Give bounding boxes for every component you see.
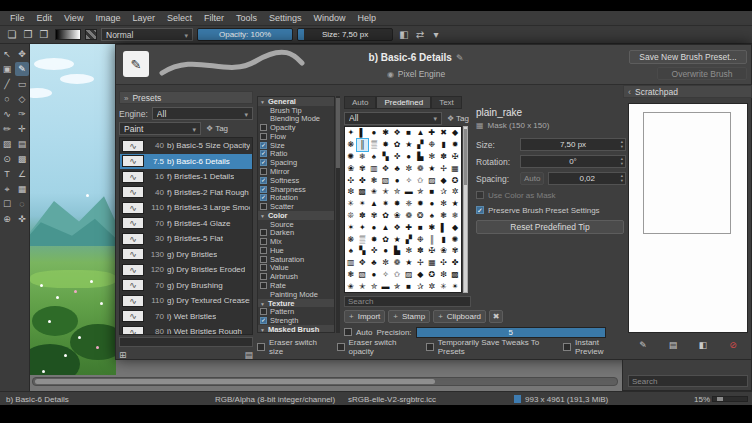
preset-row[interactable]: 40b) Basic-5 Size Opacity	[120, 138, 252, 154]
brush-tip-item[interactable]: ✧	[380, 269, 392, 281]
brush-tip-item[interactable]: ✾	[449, 245, 461, 257]
preset-row[interactable]: 16f) Bristles-1 Details	[120, 169, 252, 185]
preset-row[interactable]: 30f) Bristles-5 Flat	[120, 231, 252, 247]
brush-tip-item[interactable]: ✽	[357, 210, 369, 222]
option-rotation[interactable]: Rotation	[258, 193, 334, 202]
brush-tip-item[interactable]: ║	[357, 139, 369, 151]
scrollbar-thumb[interactable]	[35, 379, 435, 384]
stamp-tip-button[interactable]: Stamp	[388, 310, 430, 323]
tip-filter-dropdown[interactable]: All	[344, 112, 442, 125]
option-checkbox[interactable]	[260, 317, 267, 324]
scratchpad-canvas[interactable]	[628, 103, 748, 333]
brush-tip-item[interactable]: ▚	[380, 151, 392, 163]
option-checkbox[interactable]	[260, 247, 267, 254]
preset-row[interactable]: 70i) Wet Bristles	[120, 309, 252, 325]
spacing-auto-button[interactable]: Auto	[520, 172, 544, 185]
brush-tip-item[interactable]: ✩	[415, 174, 427, 186]
brush-tip-item[interactable]: ✱	[426, 221, 438, 233]
preset-row[interactable]: 80i) Wet Bristles Rough	[120, 324, 252, 335]
brush-tip-item[interactable]: ✣	[438, 257, 450, 269]
more-options-icon[interactable]: ▾	[429, 28, 443, 42]
brush-tip-item[interactable]: ♣	[368, 257, 380, 269]
edit-preset-name-icon[interactable]	[452, 52, 464, 63]
brush-tip-item[interactable]: ✼	[380, 257, 392, 269]
brush-tip-item[interactable]: ▨	[403, 269, 415, 281]
brush-tip-item[interactable]: ▚	[357, 245, 369, 257]
brush-tip-item[interactable]: ✖	[438, 127, 450, 139]
instant-preview-checkbox[interactable]	[563, 343, 571, 351]
mirror-horizontal-icon[interactable]: ◧	[397, 28, 411, 42]
brush-tip-item[interactable]: ▒	[357, 233, 369, 245]
preset-search-input[interactable]	[119, 337, 253, 347]
brush-tip-item[interactable]: ❋	[345, 139, 357, 151]
brush-tip-item[interactable]: ✻	[403, 245, 415, 257]
brush-tip-item[interactable]: ✾	[357, 162, 369, 174]
brush-tip-item[interactable]: ✻	[426, 151, 438, 163]
transform-tool-icon[interactable]: ↖	[0, 47, 14, 61]
brush-tip-item[interactable]: ✤	[357, 174, 369, 186]
menu-item-select[interactable]: Select	[161, 13, 198, 23]
tip-grid-scrollbar[interactable]	[463, 126, 468, 293]
measure-tool-icon[interactable]: ∠	[15, 167, 29, 181]
brush-tip-item[interactable]: ✢	[438, 162, 450, 174]
brush-tip-item[interactable]: ▞	[403, 233, 415, 245]
brush-tip-item[interactable]: ▌	[438, 221, 450, 233]
preserve-settings-checkbox[interactable]	[476, 206, 484, 214]
overwrite-brush-button[interactable]: Overwrite Brush	[657, 67, 747, 80]
option-checkbox[interactable]	[260, 168, 267, 175]
brush-tip-item[interactable]: ●	[368, 127, 380, 139]
option-flow[interactable]: Flow	[258, 132, 334, 141]
brush-tip-item[interactable]: ✠	[449, 151, 461, 163]
canvas-painting[interactable]	[30, 44, 116, 375]
brush-tip-item[interactable]: ▙	[391, 245, 403, 257]
brush-tip-item[interactable]: ✺	[345, 151, 357, 163]
option-masked-brush[interactable]: Masked Brush	[258, 325, 334, 333]
brush-tip-item[interactable]: ◆	[449, 127, 461, 139]
tip-size-spinbox[interactable]: 7,50 px	[520, 138, 626, 151]
scratchpad-paint-icon[interactable]: ✎	[635, 339, 651, 352]
pattern-edit-tool-icon[interactable]: ▩	[15, 152, 29, 166]
brush-tip-item[interactable]: ✻	[438, 198, 450, 210]
brush-tip-item[interactable]: ✳	[438, 280, 450, 292]
brush-tip-item[interactable]: ✽	[438, 151, 450, 163]
brush-tip-item[interactable]: ♣	[391, 162, 403, 174]
brush-tip-item[interactable]: ✴	[357, 198, 369, 210]
option-checkbox[interactable]	[260, 124, 267, 131]
pattern-chooser-chip[interactable]	[85, 29, 97, 40]
preset-row[interactable]: 130g) Dry Bristles	[120, 247, 252, 263]
option-saturation[interactable]: Saturation	[258, 255, 334, 264]
bezier-curve-tool-icon[interactable]: ✑	[15, 107, 29, 121]
brush-tip-item[interactable]: ✠	[426, 245, 438, 257]
scratchpad-clear-icon[interactable]: ⊘	[725, 339, 741, 352]
menu-item-window[interactable]: Window	[307, 13, 351, 23]
brush-tip-item[interactable]: ✪	[426, 269, 438, 281]
brush-tip-item[interactable]: ❀	[345, 162, 357, 174]
brush-tip-item[interactable]: ▨	[426, 174, 438, 186]
preset-row[interactable]: 40f) Bristles-2 Flat Rough	[120, 185, 252, 201]
text-tool-icon[interactable]: T	[0, 167, 14, 181]
polygon-tool-icon[interactable]: ◇	[15, 92, 29, 106]
spinbox-arrows-icon[interactable]	[621, 140, 623, 149]
brush-tip-item[interactable]: ✧	[403, 174, 415, 186]
brush-tip-item[interactable]: ●	[426, 198, 438, 210]
brush-tip-item[interactable]: ❁	[415, 162, 427, 174]
brush-tip-item[interactable]: ✯	[391, 280, 403, 292]
brush-tip-item[interactable]: ✮	[391, 186, 403, 198]
menu-item-tools[interactable]: Tools	[230, 13, 263, 23]
brush-tip-item[interactable]: ●	[403, 151, 415, 163]
option-checkbox[interactable]	[260, 282, 267, 289]
option-ratio[interactable]: Ratio	[258, 150, 334, 159]
option-mix[interactable]: Mix	[258, 237, 334, 246]
canvas-horizontal-scrollbar[interactable]	[32, 377, 618, 386]
brush-tip-item[interactable]: ▒	[368, 139, 380, 151]
brush-tip-item[interactable]: ✹	[415, 198, 427, 210]
option-checkbox[interactable]	[260, 256, 267, 263]
option-painting-mode[interactable]: Painting Mode	[258, 290, 334, 299]
menu-item-image[interactable]: Image	[89, 13, 126, 23]
brush-tip-item[interactable]: ❄	[357, 151, 369, 163]
option-color[interactable]: Color	[258, 211, 334, 220]
brush-tip-item[interactable]: ✢	[415, 257, 427, 269]
reference-images-tool-icon[interactable]: ▦	[15, 182, 29, 196]
tab-auto[interactable]: Auto	[344, 96, 376, 109]
brush-tip-item[interactable]: ▌	[357, 127, 369, 139]
